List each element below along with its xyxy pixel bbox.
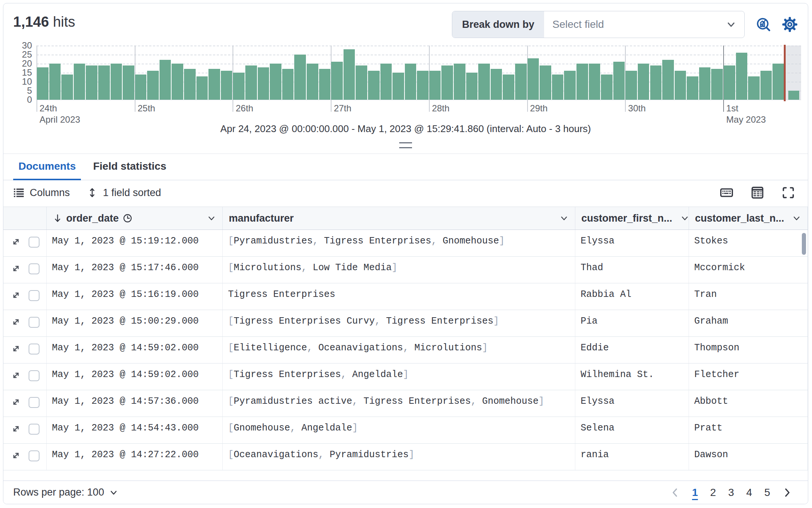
histogram-bar[interactable]	[491, 69, 502, 100]
histogram-bar[interactable]	[49, 64, 61, 100]
histogram-bar[interactable]	[625, 71, 637, 100]
tab-field-statistics[interactable]: Field statistics	[88, 154, 172, 180]
histogram-bar[interactable]	[552, 75, 564, 100]
breakdown-field-select[interactable]: Break down by Select field	[452, 11, 745, 38]
histogram-bar[interactable]	[356, 65, 367, 100]
histogram-bar[interactable]	[319, 69, 331, 100]
histogram-bar[interactable]	[613, 62, 625, 100]
tab-documents[interactable]: Documents	[13, 154, 81, 180]
expand-row-icon[interactable]	[11, 424, 21, 434]
expand-row-icon[interactable]	[11, 344, 21, 354]
expand-row-icon[interactable]	[11, 263, 21, 274]
histogram-bar[interactable]	[503, 75, 514, 100]
histogram-bar[interactable]	[699, 67, 711, 100]
histogram-bar[interactable]	[135, 75, 147, 100]
histogram-bar[interactable]	[380, 64, 392, 100]
page-3[interactable]: 3	[724, 485, 739, 500]
histogram-bar[interactable]	[662, 60, 674, 100]
row-checkbox[interactable]	[29, 263, 40, 274]
histogram-bar[interactable]	[245, 65, 257, 100]
histogram-bar[interactable]	[650, 65, 662, 100]
histogram-bar[interactable]	[540, 65, 551, 100]
histogram-bar[interactable]	[417, 71, 429, 100]
page-2[interactable]: 2	[706, 485, 721, 500]
explore-in-lens-button[interactable]	[756, 17, 771, 32]
fullscreen-button[interactable]	[782, 186, 795, 199]
histogram-bar[interactable]	[61, 75, 73, 100]
histogram-bar[interactable]	[760, 71, 772, 100]
histogram-bar[interactable]	[294, 55, 306, 100]
histogram-bar[interactable]	[429, 71, 441, 100]
histogram-bar[interactable]	[576, 64, 588, 100]
histogram-bar[interactable]	[233, 73, 245, 100]
expand-row-icon[interactable]	[11, 237, 21, 247]
chart-resize-handle[interactable]	[399, 142, 412, 148]
histogram-bar[interactable]	[405, 64, 417, 100]
header-order-date[interactable]: order_date	[47, 207, 223, 230]
row-checkbox[interactable]	[29, 450, 40, 461]
rows-per-page-button[interactable]: Rows per page: 100	[13, 487, 119, 498]
histogram-bar[interactable]	[748, 76, 760, 100]
histogram-bar[interactable]	[687, 76, 698, 100]
histogram-bar[interactable]	[736, 53, 748, 100]
header-customer-last-name[interactable]: customer_last_n...	[689, 207, 808, 230]
histogram-bar[interactable]	[344, 49, 355, 100]
histogram-bar[interactable]	[98, 65, 110, 100]
row-checkbox[interactable]	[29, 290, 40, 301]
keyboard-shortcuts-button[interactable]	[720, 186, 733, 199]
histogram-bar[interactable]	[221, 71, 233, 100]
columns-button[interactable]: Columns	[13, 187, 70, 199]
histogram-bar[interactable]	[37, 67, 49, 100]
histogram-bar[interactable]	[772, 64, 784, 100]
expand-row-icon[interactable]	[11, 290, 21, 300]
row-checkbox[interactable]	[29, 424, 40, 435]
histogram-bar[interactable]	[441, 65, 453, 100]
histogram-bar[interactable]	[208, 69, 220, 100]
next-page-button[interactable]	[778, 487, 797, 498]
histogram-bar[interactable]	[454, 64, 465, 100]
histogram-bar[interactable]	[258, 67, 269, 100]
histogram-bar[interactable]	[147, 71, 159, 100]
histogram-bar[interactable]	[515, 64, 527, 100]
page-4[interactable]: 4	[742, 485, 757, 500]
row-checkbox[interactable]	[29, 397, 40, 408]
page-1[interactable]: 1	[687, 485, 703, 500]
histogram-bar[interactable]	[331, 62, 343, 100]
histogram-bar[interactable]	[123, 65, 134, 100]
histogram-bar[interactable]	[675, 71, 686, 100]
row-checkbox[interactable]	[29, 344, 40, 354]
histogram-bar[interactable]	[724, 65, 735, 100]
row-checkbox[interactable]	[29, 370, 40, 381]
page-5[interactable]: 5	[760, 485, 775, 500]
histogram-bar[interactable]	[466, 73, 478, 100]
histogram-bar[interactable]	[478, 64, 490, 100]
sorted-fields-button[interactable]: 1 field sorted	[87, 187, 161, 199]
histogram-bar-partial[interactable]	[788, 91, 799, 100]
histogram-bar[interactable]	[638, 64, 649, 100]
row-checkbox[interactable]	[29, 237, 40, 248]
histogram-bar[interactable]	[564, 71, 576, 100]
row-checkbox[interactable]	[29, 317, 40, 328]
header-customer-first-name[interactable]: customer_first_n...	[575, 207, 689, 230]
histogram-chart[interactable]: 30252015105024thApril 202325th26th27th28…	[3, 37, 808, 115]
histogram-bar[interactable]	[589, 64, 601, 100]
histogram-bar[interactable]	[368, 71, 380, 100]
histogram-plot-area[interactable]	[36, 46, 801, 100]
prev-page-button[interactable]	[666, 487, 684, 498]
histogram-bar[interactable]	[307, 64, 318, 100]
histogram-bar[interactable]	[282, 69, 294, 100]
histogram-bar[interactable]	[86, 65, 97, 100]
histogram-bar[interactable]	[160, 60, 171, 100]
histogram-bar[interactable]	[528, 58, 539, 100]
display-options-button[interactable]	[751, 186, 764, 199]
expand-row-icon[interactable]	[11, 370, 21, 380]
expand-row-icon[interactable]	[11, 317, 21, 327]
histogram-bar[interactable]	[270, 64, 281, 100]
histogram-bar[interactable]	[184, 69, 196, 100]
expand-row-icon[interactable]	[11, 397, 21, 407]
histogram-bar[interactable]	[601, 75, 613, 100]
histogram-bar[interactable]	[392, 73, 404, 100]
expand-row-icon[interactable]	[11, 450, 21, 461]
histogram-bar[interactable]	[172, 64, 183, 100]
table-scrollbar[interactable]	[802, 233, 806, 255]
